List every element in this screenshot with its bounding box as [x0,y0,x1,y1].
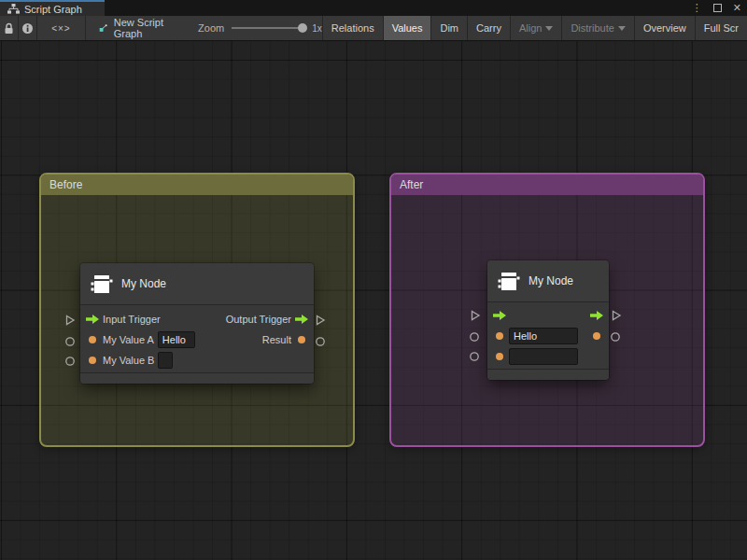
node-header[interactable]: My Node [487,260,609,302]
external-flow-port[interactable] [64,315,76,326]
value-a-input[interactable] [509,328,578,344]
node-title: My Node [121,277,166,290]
lock-icon [4,22,14,35]
flow-arrow-icon [493,311,506,320]
close-icon[interactable]: ✕ [733,2,741,14]
value-a-input[interactable] [158,331,195,348]
external-value-port[interactable] [64,336,76,347]
chevron-down-icon [545,26,553,31]
port-label: My Value B [103,355,154,366]
value-port-row: My Value A Result [80,329,314,350]
zoom-label: Zoom [198,22,224,34]
external-value-port[interactable] [469,351,480,362]
value-b-input[interactable] [509,348,578,365]
flow-arrow-icon [86,315,99,324]
external-value-port[interactable] [610,331,621,343]
input-flow-port[interactable] [86,315,99,324]
values-button[interactable]: Values [383,16,431,40]
zoom-slider-handle[interactable] [298,23,307,33]
zoom-slider[interactable] [232,27,304,29]
unit-node-icon [90,273,113,296]
node-title: My Node [529,274,573,287]
group-after-header[interactable]: After [391,175,703,195]
value-port-icon [298,336,305,343]
external-flow-port[interactable] [611,310,622,321]
input-value-port[interactable] [493,353,506,360]
new-script-graph-button[interactable]: New Script Graph [88,16,181,40]
carry-button[interactable]: Carry [467,16,510,40]
input-value-port[interactable] [86,336,99,343]
external-value-port[interactable] [469,331,480,343]
port-label: Result [262,334,291,345]
zoom-value: 1x [312,23,322,34]
graph-canvas[interactable]: Before After My Node [0,41,747,560]
script-graph-asset-icon [99,21,108,35]
align-dropdown[interactable]: Align [510,16,561,40]
output-value-port[interactable] [295,336,308,343]
port-label: Output Trigger [226,314,291,325]
kebab-menu-icon[interactable]: ⋮ [692,2,702,14]
external-value-port[interactable] [64,356,76,367]
group-after-label: After [400,178,423,191]
toolbar-button-strip: Relations Values Dim Carry Align Distrib… [322,16,747,40]
group-before-label: Before [49,178,82,191]
overview-button[interactable]: Overview [634,16,695,40]
new-script-graph-label: New Script Graph [114,17,170,39]
value-port-row [487,346,609,367]
port-label: Input Trigger [103,314,161,325]
value-port-row [487,326,609,346]
input-value-port[interactable] [493,332,506,340]
node-my-node-before[interactable]: My Node Input Trigger Output Trigger [80,263,314,384]
dim-button[interactable]: Dim [430,16,467,40]
chevron-down-icon [618,26,626,31]
input-flow-port[interactable] [493,311,506,320]
node-footer [487,369,609,380]
value-port-icon [496,332,503,340]
tab-bar: Script Graph ⋮ ✕ [0,0,747,16]
window-controls: ⋮ ✕ [692,0,741,16]
external-flow-port[interactable] [470,310,481,321]
lock-button[interactable] [0,16,19,40]
tab-script-graph[interactable]: Script Graph [0,0,105,16]
value-port-icon [593,332,600,340]
graph-hierarchy-icon [7,4,20,14]
maximize-icon[interactable] [713,2,722,15]
relations-button[interactable]: Relations [322,16,383,40]
code-preview-button[interactable]: <×> [37,16,86,40]
external-flow-port[interactable] [315,315,326,326]
info-button[interactable] [19,16,37,40]
script-graph-window: Script Graph ⋮ ✕ <×> [0,0,747,560]
value-port-icon [89,357,96,364]
flow-arrow-icon [295,315,308,324]
zoom-control: Zoom 1x [198,16,322,40]
graph-toolbar: <×> New Script Graph Zoom 1x Relations V… [0,16,747,41]
node-port-rows: Input Trigger Output Trigger My Value A … [80,305,314,372]
value-port-icon [496,353,503,360]
port-label: My Value A [103,334,154,345]
output-flow-port[interactable] [295,315,308,324]
info-icon [21,22,34,35]
node-footer [80,372,314,384]
flow-port-row [487,305,609,326]
flow-port-row: Input Trigger Output Trigger [80,309,314,329]
unit-node-icon [497,270,520,293]
node-port-rows [487,302,609,369]
value-port-icon [89,336,96,343]
value-port-row: My Value B [80,350,314,371]
value-b-input[interactable] [158,352,173,369]
group-before-header[interactable]: Before [41,175,353,195]
flow-arrow-icon [590,311,603,320]
distribute-dropdown[interactable]: Distribute [561,16,633,40]
output-flow-port[interactable] [590,311,603,320]
tab-title: Script Graph [24,4,82,15]
output-value-port[interactable] [590,332,603,340]
node-my-node-after[interactable]: My Node [487,260,609,380]
input-value-port[interactable] [86,357,99,364]
node-header[interactable]: My Node [80,263,314,305]
fullscreen-button[interactable]: Full Scr [695,16,747,40]
external-value-port[interactable] [315,336,326,347]
